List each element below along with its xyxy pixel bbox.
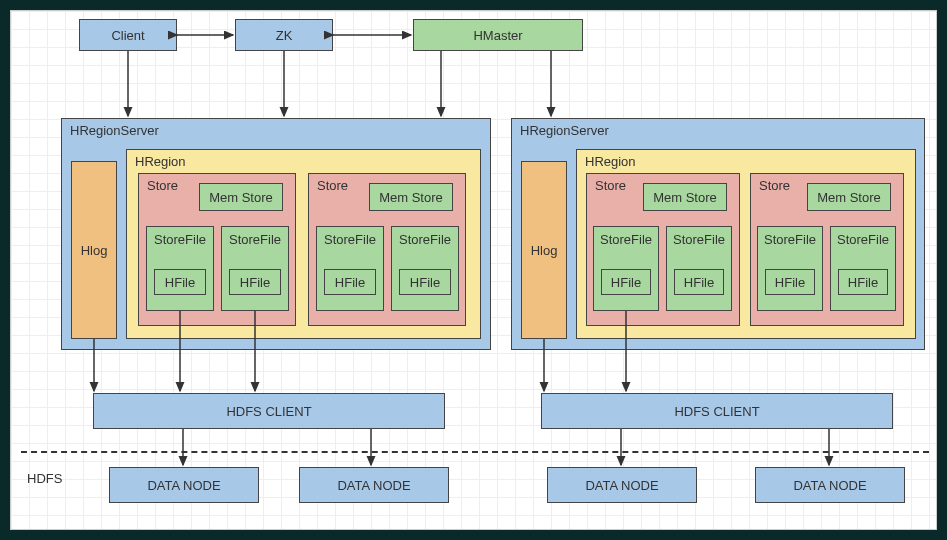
hdfs-client-right: HDFS CLIENT bbox=[541, 393, 893, 429]
datanode-1: DATA NODE bbox=[109, 467, 259, 503]
datanode-4: DATA NODE bbox=[755, 467, 905, 503]
hfile-r2a: HFile bbox=[765, 269, 815, 295]
hlog-right: Hlog bbox=[521, 161, 567, 339]
hfile-r2b: HFile bbox=[838, 269, 888, 295]
datanode-3: DATA NODE bbox=[547, 467, 697, 503]
hfile-r1a: HFile bbox=[601, 269, 651, 295]
memstore-l2: Mem Store bbox=[369, 183, 453, 211]
hdfs-label: HDFS bbox=[27, 471, 62, 486]
hlog-left: Hlog bbox=[71, 161, 117, 339]
hfile-l1b: HFile bbox=[229, 269, 281, 295]
zk-box: ZK bbox=[235, 19, 333, 51]
dashed-separator bbox=[21, 451, 929, 453]
hdfs-client-left: HDFS CLIENT bbox=[93, 393, 445, 429]
hfile-l1a: HFile bbox=[154, 269, 206, 295]
datanode-2: DATA NODE bbox=[299, 467, 449, 503]
hfile-l2a: HFile bbox=[324, 269, 376, 295]
client-box: Client bbox=[79, 19, 177, 51]
memstore-r2: Mem Store bbox=[807, 183, 891, 211]
memstore-r1: Mem Store bbox=[643, 183, 727, 211]
hfile-l2b: HFile bbox=[399, 269, 451, 295]
hmaster-box: HMaster bbox=[413, 19, 583, 51]
memstore-l1: Mem Store bbox=[199, 183, 283, 211]
hfile-r1b: HFile bbox=[674, 269, 724, 295]
diagram-canvas: Client ZK HMaster HRegionServer Hlog HRe… bbox=[10, 10, 937, 530]
